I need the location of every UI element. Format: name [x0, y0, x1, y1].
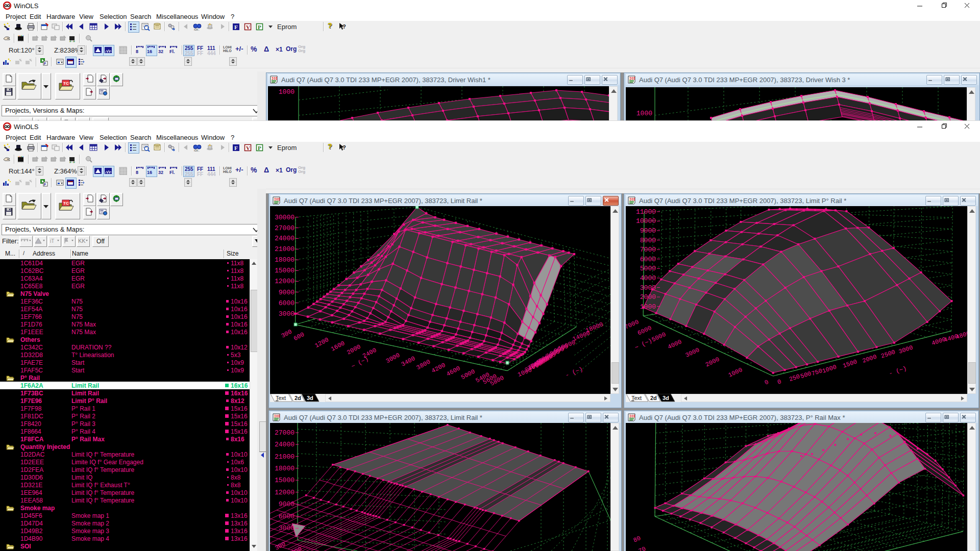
svg-text:TC: TC [63, 81, 69, 86]
svg-text:9000: 9000 [279, 500, 295, 508]
svg-text:16: 16 [147, 49, 152, 54]
svg-text:TC: TC [63, 201, 69, 206]
svg-text:P: P [258, 145, 261, 151]
svg-text:11000: 11000 [636, 208, 656, 216]
svg-text:18000: 18000 [275, 465, 295, 472]
svg-text:15000: 15000 [275, 477, 295, 484]
svg-text:?: ? [342, 144, 346, 151]
svg-text:?: ? [342, 23, 346, 30]
svg-text:9000: 9000 [279, 289, 295, 296]
svg-text:8: 8 [136, 170, 138, 175]
svg-text:3d: 3d [307, 395, 313, 401]
svg-text:V: V [246, 145, 250, 151]
svg-text:3000: 3000 [279, 524, 295, 532]
svg-text:7000: 7000 [640, 246, 656, 254]
svg-text:3d: 3d [663, 395, 669, 401]
svg-text:Text: Text [631, 395, 642, 401]
svg-text:27000: 27000 [275, 429, 295, 437]
svg-text:F: F [234, 24, 238, 30]
svg-text:IOI: IOI [629, 198, 635, 202]
svg-text:12000: 12000 [275, 278, 295, 285]
svg-text:#-#: #-# [69, 40, 75, 43]
svg-text:2d: 2d [295, 395, 301, 401]
svg-text:IOI: IOI [274, 198, 280, 202]
svg-text:IOI: IOI [629, 77, 635, 81]
svg-text:Fl.: Fl. [169, 49, 175, 54]
svg-text:30000: 30000 [275, 214, 295, 221]
svg-text:15000: 15000 [275, 267, 295, 274]
svg-text:IOII..: IOII.. [194, 28, 200, 31]
svg-text:IOII..: IOII.. [194, 149, 200, 152]
svg-text:F: F [44, 62, 46, 65]
svg-text:Fl.: Fl. [169, 170, 175, 175]
svg-text:#-#: #-# [69, 161, 75, 164]
svg-text:8000: 8000 [640, 237, 656, 244]
svg-text:8: 8 [136, 49, 138, 54]
svg-text:F: F [44, 183, 46, 186]
svg-text:24000: 24000 [275, 235, 295, 242]
svg-text:27000: 27000 [275, 224, 295, 232]
svg-text:21000: 21000 [275, 245, 295, 253]
svg-text:IOI: IOI [274, 415, 280, 418]
svg-text:V: V [246, 24, 250, 30]
svg-text:Text: Text [276, 395, 286, 401]
svg-text:3000: 3000 [279, 310, 295, 318]
svg-text:32: 32 [158, 49, 163, 54]
svg-text:10000: 10000 [636, 217, 656, 225]
svg-text:1000: 1000 [636, 110, 652, 117]
svg-text:3000: 3000 [640, 284, 656, 292]
svg-text:IOI: IOI [629, 415, 635, 418]
svg-text:24000: 24000 [275, 441, 295, 448]
svg-text:P: P [258, 24, 261, 30]
svg-text:2d: 2d [650, 395, 657, 401]
svg-text:12000: 12000 [275, 489, 295, 496]
svg-text:F: F [234, 145, 238, 151]
svg-text:1000: 1000 [640, 303, 656, 311]
svg-text:6000: 6000 [279, 513, 295, 520]
svg-text:18000: 18000 [275, 256, 295, 264]
svg-text:6000: 6000 [279, 299, 295, 307]
svg-text:2000: 2000 [640, 293, 656, 301]
svg-text:1000: 1000 [279, 88, 295, 96]
svg-text:iT: iT [50, 238, 54, 244]
svg-text:KK: KK [78, 238, 86, 244]
svg-text:5000: 5000 [640, 265, 656, 272]
svg-text:IOI: IOI [272, 77, 278, 81]
svg-text:9000: 9000 [640, 227, 656, 235]
svg-text:32: 32 [158, 170, 163, 175]
svg-text:16: 16 [147, 170, 152, 175]
svg-text:6000: 6000 [640, 256, 656, 263]
svg-text:21000: 21000 [275, 453, 295, 461]
svg-text:4000: 4000 [640, 274, 656, 282]
